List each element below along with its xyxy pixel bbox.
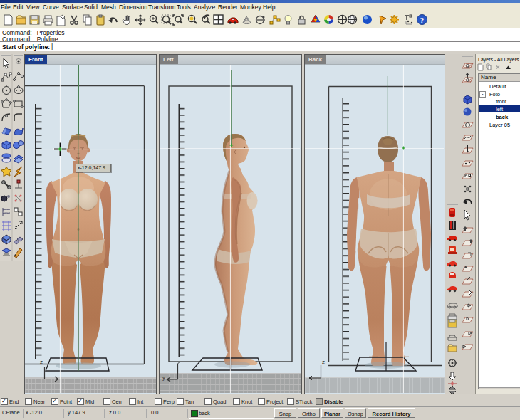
svg-text:y: y [162, 374, 165, 381]
svg-text:z: z [322, 359, 325, 365]
svg-text:z: z [40, 359, 43, 365]
svg-text:?: ? [420, 16, 425, 24]
